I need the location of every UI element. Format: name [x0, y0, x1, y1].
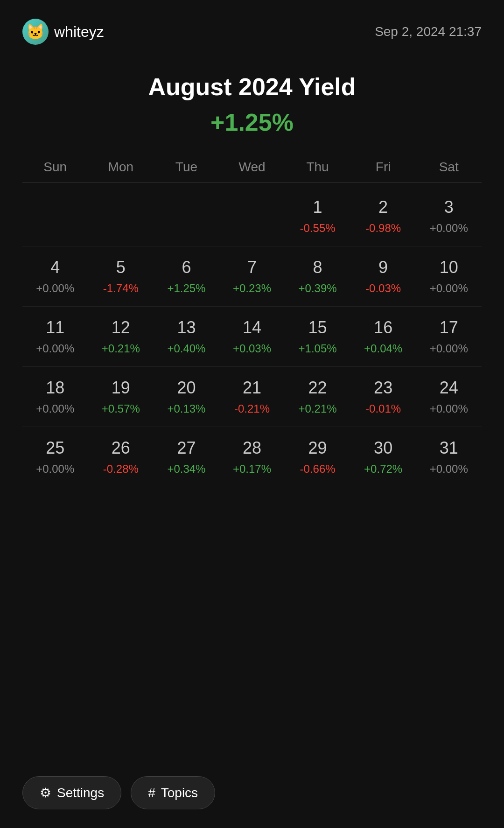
empty-day [88, 186, 154, 246]
topics-label: Topics [161, 786, 198, 800]
top-bar: 🐱 whiteyz Sep 2, 2024 21:37 [0, 0, 504, 54]
calendar-day-9: 9 -0.03% [350, 246, 416, 307]
calendar-day-11: 11 +0.00% [22, 307, 88, 367]
calendar-day-15: 15 +1.05% [285, 307, 350, 367]
calendar-day-22: 22 +0.21% [285, 367, 350, 427]
calendar-day-27: 27 +0.34% [154, 427, 219, 487]
calendar-day-25: 25 +0.00% [22, 427, 88, 487]
calendar-day-6: 6 +1.25% [154, 246, 219, 307]
calendar-day-17: 17 +0.00% [416, 307, 482, 367]
bottom-nav: ⚙ Settings # Topics [22, 776, 215, 809]
week-3: 11 +0.00% 12 +0.21% 13 +0.40% 14 +0.03% … [22, 307, 482, 367]
empty-day [219, 186, 285, 246]
settings-button[interactable]: ⚙ Settings [22, 776, 121, 809]
day-header-sat: Sat [416, 160, 482, 175]
day-header-wed: Wed [219, 160, 285, 175]
calendar-day-21: 21 -0.21% [219, 367, 285, 427]
calendar-day-3: 3 +0.00% [416, 186, 482, 246]
calendar-day-14: 14 +0.03% [219, 307, 285, 367]
datetime: Sep 2, 2024 21:37 [375, 24, 482, 39]
calendar-day-16: 16 +0.04% [350, 307, 416, 367]
calendar-header: Sun Mon Tue Wed Thu Fri Sat [22, 160, 482, 182]
week-2: 4 +0.00% 5 -1.74% 6 +1.25% 7 +0.23% 8 +0… [22, 246, 482, 307]
day-header-fri: Fri [350, 160, 416, 175]
calendar-day-24: 24 +0.00% [416, 367, 482, 427]
week-4: 18 +0.00% 19 +0.57% 20 +0.13% 21 -0.21% … [22, 367, 482, 427]
week-1: 1 -0.55% 2 -0.98% 3 +0.00% [22, 186, 482, 246]
calendar-day-12: 12 +0.21% [88, 307, 154, 367]
page-title: August 2024 Yield [22, 73, 482, 101]
calendar-day-29: 29 -0.66% [285, 427, 350, 487]
day-header-thu: Thu [285, 160, 350, 175]
avatar: 🐱 [22, 19, 49, 45]
empty-day [154, 186, 219, 246]
topics-button[interactable]: # Topics [131, 776, 215, 809]
avatar-emoji: 🐱 [26, 23, 45, 41]
calendar-day-4: 4 +0.00% [22, 246, 88, 307]
calendar-day-31: 31 +0.00% [416, 427, 482, 487]
total-yield: +1.25% [22, 108, 482, 136]
day-header-tue: Tue [154, 160, 219, 175]
topics-icon: # [148, 786, 155, 800]
day-header-sun: Sun [22, 160, 88, 175]
calendar-day-7: 7 +0.23% [219, 246, 285, 307]
username: whiteyz [54, 23, 104, 41]
calendar-day-18: 18 +0.00% [22, 367, 88, 427]
week-5: 25 +0.00% 26 -0.28% 27 +0.34% 28 +0.17% … [22, 427, 482, 487]
calendar-container: Sun Mon Tue Wed Thu Fri Sat 1 -0.55% 2 -… [22, 160, 482, 487]
calendar-day-10: 10 +0.00% [416, 246, 482, 307]
main-content: August 2024 Yield +1.25% Sun Mon Tue Wed… [0, 54, 504, 487]
calendar-day-1: 1 -0.55% [285, 186, 350, 246]
day-header-mon: Mon [88, 160, 154, 175]
calendar-day-23: 23 -0.01% [350, 367, 416, 427]
user-info: 🐱 whiteyz [22, 19, 104, 45]
settings-icon: ⚙ [40, 785, 51, 800]
calendar-day-19: 19 +0.57% [88, 367, 154, 427]
calendar-day-13: 13 +0.40% [154, 307, 219, 367]
calendar-day-30: 30 +0.72% [350, 427, 416, 487]
empty-day [22, 186, 88, 246]
calendar-day-8: 8 +0.39% [285, 246, 350, 307]
calendar-day-2: 2 -0.98% [350, 186, 416, 246]
calendar-day-28: 28 +0.17% [219, 427, 285, 487]
calendar-day-20: 20 +0.13% [154, 367, 219, 427]
calendar-day-26: 26 -0.28% [88, 427, 154, 487]
calendar-day-5: 5 -1.74% [88, 246, 154, 307]
settings-label: Settings [57, 786, 104, 800]
